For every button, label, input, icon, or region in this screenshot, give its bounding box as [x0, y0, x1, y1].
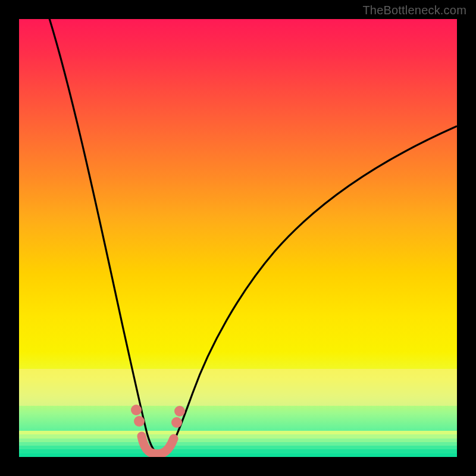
marker-left-lower — [134, 416, 145, 427]
watermark-text: TheBottleneck.com — [362, 4, 466, 17]
marker-right-upper — [174, 406, 185, 416]
plot-area — [19, 19, 457, 457]
bottleneck-curve — [46, 19, 457, 455]
marker-left-upper — [131, 405, 142, 415]
curve-svg — [19, 19, 457, 457]
outer-frame: TheBottleneck.com — [0, 0, 476, 476]
minimum-band — [142, 436, 174, 454]
marker-right-lower — [171, 417, 182, 428]
